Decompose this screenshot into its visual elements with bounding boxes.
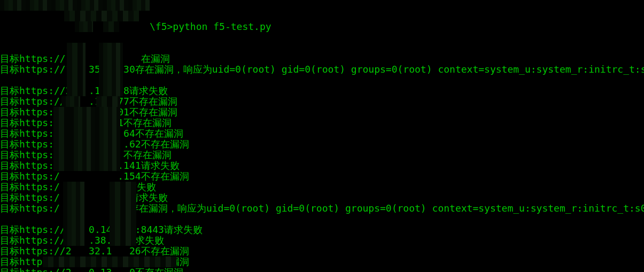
output-line: 目标https://5 .38. 求失败 xyxy=(0,235,644,246)
redaction-block xyxy=(67,43,86,96)
output-line: 目标https:/ 请求失败 xyxy=(0,182,644,192)
redaction-block xyxy=(75,21,93,32)
output-line: 目标https://14 35 .30存在漏洞，响应为uid=0(root) g… xyxy=(0,64,644,75)
command-text: python f5-test.py xyxy=(173,21,271,32)
output-line: 目标https:// 0.146 :8443请求失败 xyxy=(0,224,644,235)
redaction-block xyxy=(53,107,69,171)
redaction-block xyxy=(96,96,120,107)
blank-line xyxy=(0,214,644,224)
redaction-block xyxy=(43,257,176,267)
output-line: 目标https://2 0.13 0不存在漏洞 xyxy=(0,267,644,272)
redaction-block xyxy=(69,107,120,171)
output-line: 目标https:/ .154不存在漏洞 xyxy=(0,171,644,182)
command-line: \f5>python f5-test.py xyxy=(0,21,644,32)
output-line: 目标https://2 .1 78请求失败 xyxy=(0,86,644,96)
output-line: 目标https:/ 2 23存在漏洞，响应为uid=0(root) gid=0(… xyxy=(0,203,644,214)
redaction-block xyxy=(99,43,123,96)
blank-line xyxy=(0,75,644,86)
redaction-block xyxy=(64,11,139,21)
redaction-block xyxy=(0,0,150,11)
output-line: 目标https:// 在漏洞 xyxy=(0,53,644,64)
output-line: 目标https://2 32.1 26不存在漏洞 xyxy=(0,246,644,257)
output-line: 目标https:/ 8. 59请求失败 xyxy=(0,192,644,203)
redaction-block xyxy=(61,96,80,107)
redaction-block xyxy=(110,182,136,246)
redaction-block xyxy=(63,182,84,246)
prompt-path: \f5> xyxy=(150,21,173,32)
redaction-block xyxy=(103,21,119,32)
